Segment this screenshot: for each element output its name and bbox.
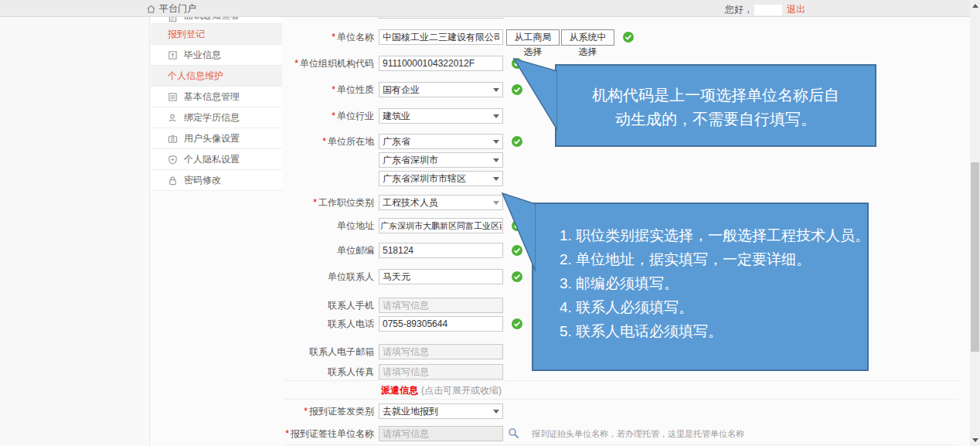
contact-phone-input[interactable] [379, 316, 503, 332]
company-nature-select[interactable]: 国有企业 [379, 82, 503, 97]
required-mark: * [285, 428, 289, 439]
chevron-down-icon [493, 140, 499, 144]
required-mark: * [322, 136, 326, 147]
redacted-username [754, 5, 782, 15]
chevron-down-icon [493, 114, 499, 118]
postcode-input[interactable] [379, 243, 503, 258]
dispatch-info-note: (点击可展开或收缩) [421, 384, 502, 397]
callout-tail [509, 53, 557, 134]
logout-link[interactable]: 退出 [787, 3, 805, 16]
chevron-down-icon [493, 410, 499, 414]
region-province-select[interactable]: 广东省 [379, 134, 503, 149]
sidebar-item-label: 个人隐私设置 [184, 153, 240, 166]
form-row-report-cert-type: *报到证签发类别 去就业地报到 [0, 403, 980, 419]
chevron-down-icon [493, 177, 499, 181]
field-label: 单位邮编 [337, 245, 374, 256]
required-mark: * [332, 84, 335, 95]
form-row-company-name: *单位名称 从工商局选择 从系统中选择 [0, 29, 980, 45]
camera-icon [168, 134, 178, 144]
field-label: 单位所在地 [328, 136, 374, 147]
valid-check-icon [512, 318, 522, 329]
field-label: 报到证签发类别 [309, 406, 374, 417]
form-row-region-district: 广东省深圳市市辖区 [0, 171, 980, 186]
scrollbar-track[interactable] [970, 0, 980, 446]
home-icon [146, 4, 156, 14]
graduate-upload-icon [168, 50, 178, 60]
shield-icon [168, 155, 178, 165]
field-label: 联系人电话 [328, 318, 374, 329]
sidebar-item-bind-education[interactable]: 绑定学历信息 [151, 107, 282, 128]
annotation-callout-org-code: 机构代码是上一项选择单位名称后自 动生成的，不需要自行填写。 [555, 64, 876, 147]
field-label: 单位名称 [337, 32, 374, 43]
region-city-select[interactable]: 广东省深圳市 [379, 152, 503, 168]
sidebar-item-avatar-settings[interactable]: 用户头像设置 [151, 128, 282, 149]
contact-mobile-input[interactable] [379, 298, 503, 313]
page: 平台门户 您好， 退出 面试通知查看 报到登记 毕业信息 [0, 0, 980, 446]
sidebar-item-privacy-settings[interactable]: 个人隐私设置 [151, 149, 282, 170]
system-select-button[interactable]: 从系统中选择 [561, 29, 614, 46]
job-category-select[interactable]: 工程技术人员 [379, 195, 503, 210]
sidebar-item-label: 个人信息维护 [168, 70, 223, 83]
lock-icon [168, 175, 178, 186]
sidebar-item-graduation-info[interactable]: 毕业信息 [151, 45, 282, 66]
sidebar-item-label: 用户头像设置 [184, 132, 240, 145]
dispatch-info-toggle[interactable]: 派遣信息 [381, 384, 418, 397]
form-row-report-cert-company: *报到证签往单位名称 [0, 426, 980, 441]
field-label: 工作职位类别 [318, 197, 374, 208]
sidebar-item-label: 毕业信息 [184, 49, 221, 62]
callout-tail [499, 190, 536, 274]
search-icon[interactable] [508, 427, 519, 439]
valid-check-icon [512, 136, 522, 147]
sidebar-item-label: 报到登记 [168, 28, 205, 41]
sidebar: 面试通知查看 报到登记 毕业信息 个人信息维护 基本信息管理 [151, 6, 282, 191]
required-mark: * [294, 58, 298, 69]
annotation-callout-instructions: 1. 职位类别据实选择，一般选择工程技术人员。 2. 单位地址，据实填写，一定要… [532, 203, 869, 371]
field-label: 联系人电子邮箱 [309, 346, 374, 357]
sidebar-item-change-password[interactable]: 密码修改 [151, 170, 282, 191]
scrollbar-up-arrow-icon[interactable] [972, 4, 978, 8]
required-mark: * [313, 197, 317, 208]
required-mark: * [304, 406, 308, 417]
contact-person-input[interactable] [379, 269, 503, 284]
chevron-down-icon [493, 158, 499, 162]
user-icon [168, 113, 178, 123]
company-name-input[interactable] [379, 29, 503, 45]
list-icon [168, 92, 178, 102]
scrollbar-down-arrow-icon[interactable] [972, 438, 978, 442]
chevron-down-icon [493, 88, 499, 92]
sidebar-item-label: 密码修改 [184, 174, 221, 187]
required-mark: * [332, 111, 335, 121]
report-cert-type-select[interactable]: 去就业地报到 [379, 403, 503, 419]
field-label: 报到证签往单位名称 [291, 428, 374, 439]
sidebar-item-label: 基本信息管理 [184, 90, 240, 104]
contact-email-input[interactable] [379, 344, 503, 359]
field-label: 联系人传真 [328, 366, 374, 377]
industry-select[interactable]: 建筑业 [379, 108, 503, 124]
field-label: 单位行业 [337, 111, 374, 121]
portal-title-wrap: 平台门户 [146, 2, 196, 15]
field-label: 单位地址 [337, 220, 374, 231]
report-cert-company-input[interactable] [379, 426, 503, 441]
biz-bureau-select-button[interactable]: 从工商局选择 [506, 29, 560, 46]
sidebar-item-registration[interactable]: 报到登记 [151, 24, 282, 45]
field-hint: 报到证抬头单位名称，若办理托管，这里是托管单位名称 [532, 428, 744, 440]
company-address-input[interactable] [379, 218, 503, 233]
contact-fax-input[interactable] [379, 364, 503, 380]
field-label: 单位性质 [337, 84, 374, 95]
valid-check-icon [623, 32, 634, 43]
required-mark: * [332, 32, 335, 43]
scrollbar-thumb[interactable] [971, 162, 979, 352]
sidebar-item-personal-info[interactable]: 个人信息维护 [151, 66, 282, 87]
divider-line [284, 399, 958, 400]
field-label: 单位组织机构代码 [300, 58, 374, 69]
greeting-text: 您好， [725, 3, 753, 16]
sidebar-item-basic-info[interactable]: 基本信息管理 [151, 87, 282, 107]
divider-line [284, 380, 958, 381]
field-label: 联系人手机 [328, 300, 374, 311]
org-code-input[interactable] [379, 56, 503, 71]
field-label: 单位联系人 [328, 271, 374, 282]
region-district-select[interactable]: 广东省深圳市市辖区 [379, 171, 503, 186]
form-row-region-city: 广东省深圳市 [0, 152, 980, 168]
sidebar-item-label: 绑定学历信息 [184, 111, 240, 124]
top-bar: 平台门户 您好， 退出 [0, 0, 980, 17]
